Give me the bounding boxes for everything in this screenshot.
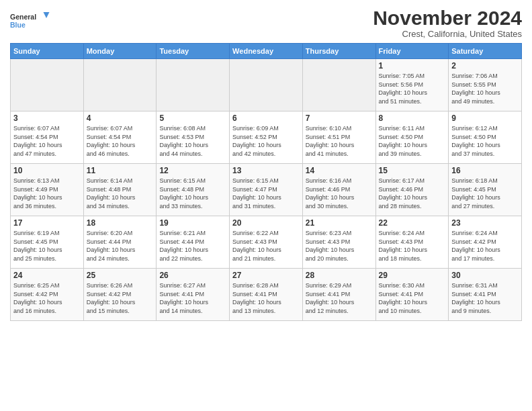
day-info: Sunrise: 6:14 AM Sunset: 4:48 PM Dayligh… (87, 177, 154, 210)
day-number: 21 (306, 218, 373, 228)
day-number: 24 (13, 271, 81, 280)
day-number: 30 (451, 271, 519, 280)
day-info: Sunrise: 6:15 AM Sunset: 4:47 PM Dayligh… (232, 177, 300, 210)
header-thursday: Thursday (302, 44, 375, 59)
day-cell: 7Sunrise: 6:10 AM Sunset: 4:51 PM Daylig… (302, 111, 375, 164)
day-number: 28 (306, 271, 373, 280)
day-info: Sunrise: 6:19 AM Sunset: 4:45 PM Dayligh… (13, 229, 81, 263)
day-number: 8 (379, 113, 446, 123)
day-cell (83, 59, 157, 111)
day-cell: 22Sunrise: 6:24 AM Sunset: 4:43 PM Dayli… (375, 216, 449, 269)
header-monday: Monday (83, 44, 157, 59)
day-cell (11, 59, 84, 111)
day-number: 15 (379, 166, 446, 175)
header-sunday: Sunday (11, 44, 84, 59)
day-info: Sunrise: 6:13 AM Sunset: 4:49 PM Dayligh… (13, 177, 81, 210)
day-info: Sunrise: 6:18 AM Sunset: 4:45 PM Dayligh… (451, 177, 519, 210)
day-info: Sunrise: 6:28 AM Sunset: 4:41 PM Dayligh… (232, 281, 300, 315)
svg-marker-2 (44, 12, 50, 18)
day-info: Sunrise: 6:12 AM Sunset: 4:50 PM Dayligh… (451, 124, 519, 158)
week-row-2: 10Sunrise: 6:13 AM Sunset: 4:49 PM Dayli… (11, 164, 522, 216)
day-cell: 9Sunrise: 6:12 AM Sunset: 4:50 PM Daylig… (449, 111, 522, 164)
day-info: Sunrise: 7:06 AM Sunset: 5:55 PM Dayligh… (451, 72, 519, 105)
day-number: 2 (451, 61, 519, 71)
day-info: Sunrise: 6:26 AM Sunset: 4:42 PM Dayligh… (87, 281, 154, 315)
day-cell: 26Sunrise: 6:27 AM Sunset: 4:41 PM Dayli… (157, 269, 230, 321)
day-cell: 11Sunrise: 6:14 AM Sunset: 4:48 PM Dayli… (83, 164, 157, 216)
day-cell: 12Sunrise: 6:15 AM Sunset: 4:48 PM Dayli… (157, 164, 230, 216)
day-cell: 3Sunrise: 6:07 AM Sunset: 4:54 PM Daylig… (11, 111, 84, 164)
day-info: Sunrise: 6:16 AM Sunset: 4:46 PM Dayligh… (306, 177, 373, 210)
day-number: 4 (87, 113, 154, 123)
day-cell (230, 59, 303, 111)
day-info: Sunrise: 6:31 AM Sunset: 4:41 PM Dayligh… (451, 281, 519, 315)
calendar-table: SundayMondayTuesdayWednesdayThursdayFrid… (10, 43, 522, 321)
logo: General Blue (10, 7, 50, 34)
header-wednesday: Wednesday (230, 44, 303, 59)
day-number: 27 (232, 271, 300, 280)
day-info: Sunrise: 6:21 AM Sunset: 4:44 PM Dayligh… (159, 229, 226, 263)
logo-svg: General Blue (10, 7, 50, 34)
day-info: Sunrise: 6:17 AM Sunset: 4:46 PM Dayligh… (379, 177, 446, 210)
day-number: 16 (451, 166, 519, 175)
day-number: 13 (232, 166, 300, 175)
day-cell: 2Sunrise: 7:06 AM Sunset: 5:55 PM Daylig… (449, 59, 522, 111)
day-number: 3 (13, 113, 81, 123)
day-cell: 29Sunrise: 6:30 AM Sunset: 4:41 PM Dayli… (375, 269, 449, 321)
day-number: 11 (87, 166, 154, 175)
day-number: 19 (159, 218, 226, 228)
day-info: Sunrise: 6:15 AM Sunset: 4:48 PM Dayligh… (159, 177, 226, 210)
day-cell: 19Sunrise: 6:21 AM Sunset: 4:44 PM Dayli… (157, 216, 230, 269)
day-number: 20 (232, 218, 300, 228)
page-container: General Blue November 2024 Crest, Califo… (0, 0, 532, 326)
day-info: Sunrise: 6:23 AM Sunset: 4:43 PM Dayligh… (306, 229, 373, 263)
day-cell (157, 59, 230, 111)
day-cell: 17Sunrise: 6:19 AM Sunset: 4:45 PM Dayli… (11, 216, 84, 269)
day-cell: 13Sunrise: 6:15 AM Sunset: 4:47 PM Dayli… (230, 164, 303, 216)
day-info: Sunrise: 6:11 AM Sunset: 4:50 PM Dayligh… (379, 124, 446, 158)
day-cell: 8Sunrise: 6:11 AM Sunset: 4:50 PM Daylig… (375, 111, 449, 164)
svg-text:Blue: Blue (10, 21, 26, 29)
header-tuesday: Tuesday (157, 44, 230, 59)
day-cell: 25Sunrise: 6:26 AM Sunset: 4:42 PM Dayli… (83, 269, 157, 321)
svg-text:General: General (10, 13, 36, 21)
main-title: November 2024 (373, 7, 522, 29)
day-cell: 20Sunrise: 6:22 AM Sunset: 4:43 PM Dayli… (230, 216, 303, 269)
header-saturday: Saturday (449, 44, 522, 59)
day-info: Sunrise: 6:24 AM Sunset: 4:43 PM Dayligh… (379, 229, 446, 263)
day-cell: 18Sunrise: 6:20 AM Sunset: 4:44 PM Dayli… (83, 216, 157, 269)
day-number: 23 (451, 218, 519, 228)
day-cell: 14Sunrise: 6:16 AM Sunset: 4:46 PM Dayli… (302, 164, 375, 216)
day-number: 1 (379, 61, 446, 71)
day-number: 6 (232, 113, 300, 123)
day-cell: 30Sunrise: 6:31 AM Sunset: 4:41 PM Dayli… (449, 269, 522, 321)
day-number: 9 (451, 113, 519, 123)
subtitle: Crest, California, United States (373, 29, 522, 39)
day-number: 18 (87, 218, 154, 228)
day-cell: 23Sunrise: 6:24 AM Sunset: 4:42 PM Dayli… (449, 216, 522, 269)
day-number: 12 (159, 166, 226, 175)
header-row: General Blue November 2024 Crest, Califo… (10, 7, 522, 39)
day-number: 22 (379, 218, 446, 228)
day-info: Sunrise: 6:10 AM Sunset: 4:51 PM Dayligh… (306, 124, 373, 158)
day-number: 5 (159, 113, 226, 123)
day-cell: 27Sunrise: 6:28 AM Sunset: 4:41 PM Dayli… (230, 269, 303, 321)
day-number: 7 (306, 113, 373, 123)
week-row-3: 17Sunrise: 6:19 AM Sunset: 4:45 PM Dayli… (11, 216, 522, 269)
title-block: November 2024 Crest, California, United … (373, 7, 522, 39)
day-number: 17 (13, 218, 81, 228)
week-row-0: 1Sunrise: 7:05 AM Sunset: 5:56 PM Daylig… (11, 59, 522, 111)
day-cell: 28Sunrise: 6:29 AM Sunset: 4:41 PM Dayli… (302, 269, 375, 321)
week-row-4: 24Sunrise: 6:25 AM Sunset: 4:42 PM Dayli… (11, 269, 522, 321)
day-cell: 5Sunrise: 6:08 AM Sunset: 4:53 PM Daylig… (157, 111, 230, 164)
header-row-days: SundayMondayTuesdayWednesdayThursdayFrid… (11, 44, 522, 59)
day-info: Sunrise: 6:22 AM Sunset: 4:43 PM Dayligh… (232, 229, 300, 263)
day-info: Sunrise: 6:20 AM Sunset: 4:44 PM Dayligh… (87, 229, 154, 263)
day-number: 25 (87, 271, 154, 280)
day-info: Sunrise: 6:08 AM Sunset: 4:53 PM Dayligh… (159, 124, 226, 158)
day-cell: 6Sunrise: 6:09 AM Sunset: 4:52 PM Daylig… (230, 111, 303, 164)
day-info: Sunrise: 6:25 AM Sunset: 4:42 PM Dayligh… (13, 281, 81, 315)
day-cell: 21Sunrise: 6:23 AM Sunset: 4:43 PM Dayli… (302, 216, 375, 269)
day-cell (302, 59, 375, 111)
day-info: Sunrise: 6:07 AM Sunset: 4:54 PM Dayligh… (87, 124, 154, 158)
